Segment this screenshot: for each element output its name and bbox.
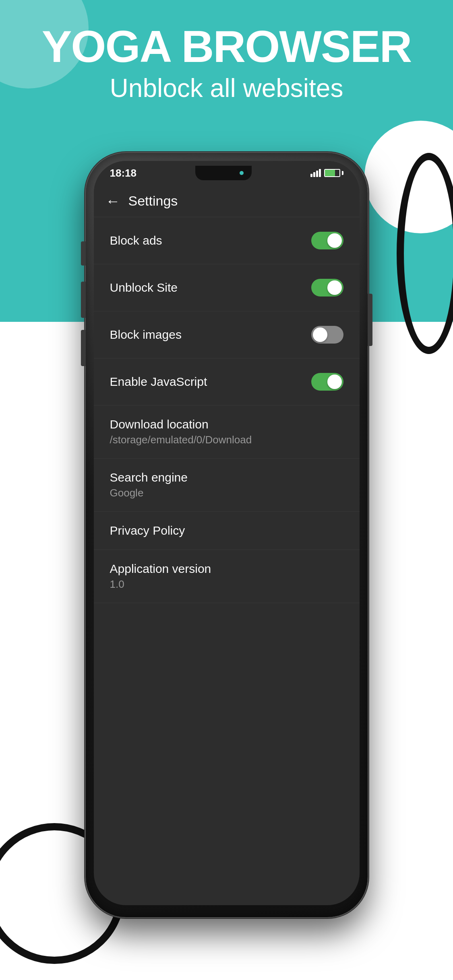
setting-label-block-images: Block images — [110, 328, 182, 342]
signal-icon — [310, 169, 321, 177]
setting-item-unblock-site[interactable]: Unblock Site — [94, 264, 360, 311]
phone-mockup: 18:18 — [86, 153, 368, 917]
setting-label-block-ads: Block ads — [110, 234, 162, 247]
app-subtitle: Unblock all websites — [0, 73, 453, 103]
setting-item-block-images[interactable]: Block images — [94, 311, 360, 358]
settings-list: Block ads Unblock Site Block images Enab… — [94, 217, 360, 603]
back-button[interactable]: ← — [106, 193, 120, 210]
setting-label-unblock-site: Unblock Site — [110, 281, 178, 294]
status-bar: 18:18 — [94, 161, 360, 185]
screen-title: Settings — [128, 193, 178, 209]
setting-label-privacy-policy: Privacy Policy — [110, 524, 185, 537]
setting-item-app-version: Application version 1.0 — [94, 550, 360, 603]
camera-dot — [240, 171, 244, 175]
setting-label-app-version: Application version — [110, 562, 211, 576]
toggle-knob-unblock-site — [327, 280, 342, 295]
phone-btn-vol-up — [81, 282, 86, 318]
toggle-unblock-site[interactable] — [311, 279, 343, 296]
setting-item-block-ads[interactable]: Block ads — [94, 217, 360, 264]
battery-icon — [324, 169, 343, 177]
phone-screen: 18:18 — [94, 161, 360, 905]
toggle-knob-block-images — [313, 327, 327, 342]
phone-outer: 18:18 — [86, 153, 368, 917]
setting-item-download-location: Download location /storage/emulated/0/Do… — [94, 406, 360, 459]
setting-item-enable-javascript[interactable]: Enable JavaScript — [94, 358, 360, 406]
setting-label-enable-javascript: Enable JavaScript — [110, 375, 207, 389]
phone-btn-mute — [81, 241, 86, 266]
setting-item-search-engine: Search engine Google — [94, 459, 360, 512]
header-area: YOGA BROWSER Unblock all websites — [0, 24, 453, 103]
phone-btn-vol-down — [81, 330, 86, 366]
toggle-enable-javascript[interactable] — [311, 373, 343, 391]
toggle-block-images[interactable] — [311, 326, 343, 344]
app-bar: ← Settings — [94, 185, 360, 217]
status-icons — [310, 169, 343, 177]
app-title: YOGA BROWSER — [0, 24, 453, 69]
setting-label-search-engine: Search engine — [110, 471, 188, 484]
status-notch — [195, 166, 252, 180]
toggle-block-ads[interactable] — [311, 232, 343, 249]
setting-sublabel-download-location: /storage/emulated/0/Download — [110, 434, 252, 446]
setting-sublabel-search-engine: Google — [110, 487, 144, 499]
phone-btn-power — [368, 294, 372, 346]
toggle-knob-enable-javascript — [327, 375, 342, 389]
toggle-knob-block-ads — [327, 233, 342, 248]
setting-label-download-location: Download location — [110, 418, 209, 431]
setting-sublabel-app-version: 1.0 — [110, 578, 124, 591]
status-time: 18:18 — [110, 167, 137, 179]
setting-item-privacy-policy[interactable]: Privacy Policy — [94, 512, 360, 550]
